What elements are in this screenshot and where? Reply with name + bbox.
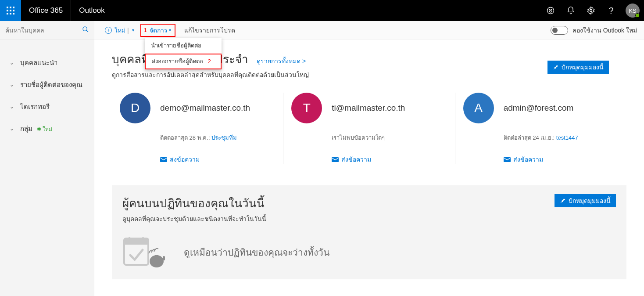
manage-label: จัดการ xyxy=(150,25,168,35)
view-all-link[interactable]: ดูรายการทั้งหมด > xyxy=(257,58,306,65)
nav-label: ไดเรกทอรี xyxy=(20,101,50,112)
calendar-empty-text: ดูเหมือนว่าปฏิทินของคุณจะว่างทั้งวัน xyxy=(184,245,329,260)
svg-point-10 xyxy=(590,10,592,12)
svg-point-19 xyxy=(142,237,144,240)
meta-link[interactable]: ประชุมทีม xyxy=(211,134,237,141)
svg-rect-1 xyxy=(10,7,11,8)
svg-line-12 xyxy=(86,30,88,32)
new-button[interactable]: + ใหม่ | ▾ xyxy=(102,25,137,35)
brand-label[interactable]: Office 365 xyxy=(21,0,71,21)
chevron-down-icon: ⌄ xyxy=(9,60,15,66)
contact-avatar: T xyxy=(291,93,322,123)
plus-icon: + xyxy=(105,27,112,34)
contact-card[interactable]: T ti@mailmaster.co.th เราไม่พบข้อความใดๆ… xyxy=(283,93,454,164)
nav-label: บุคคลแนะนำ xyxy=(20,58,57,68)
calendar-empty-icon xyxy=(122,234,166,271)
toggle-switch[interactable] xyxy=(551,26,568,35)
dropdown-item-import-contacts[interactable]: นำเข้ารายชื่อผู้ติดต่อ xyxy=(145,38,222,54)
notifications-icon[interactable] xyxy=(561,0,581,21)
svg-rect-2 xyxy=(13,7,14,8)
new-badge: ✱ ใหม่ xyxy=(37,125,52,133)
manage-dropdown: นำเข้ารายชื่อผู้ติดต่อ ส่งออกรายชื่อผู้ต… xyxy=(145,38,222,69)
app-launcher[interactable] xyxy=(0,0,21,21)
contact-meta: ติดต่อล่าสุด 28 พ.ค.: ประชุมทีม xyxy=(160,133,275,142)
search-input[interactable] xyxy=(5,27,82,34)
chevron-down-icon: ⌄ xyxy=(9,82,15,88)
help-icon[interactable]: ? xyxy=(601,0,621,21)
svg-rect-7 xyxy=(10,13,11,14)
send-message-link[interactable]: ส่งข้อความ xyxy=(332,155,371,164)
annotation-number-2: 2 xyxy=(208,58,211,65)
svg-rect-4 xyxy=(10,10,11,11)
nav: ⌄ บุคคลแนะนำ ⌄ รายชื่อผู้ติดต่อของคุณ ⌄ … xyxy=(0,40,94,140)
meta-link[interactable]: test1447 xyxy=(556,134,578,141)
avatar[interactable]: KS xyxy=(626,4,640,18)
svg-rect-22 xyxy=(163,256,165,260)
section-subtitle: ดูการสื่อสารและการอัปเดตล่าสุดสำหรับบุคค… xyxy=(112,70,309,79)
skype-icon[interactable] xyxy=(540,0,561,21)
contact-email: admin@forest.com xyxy=(504,103,574,113)
avatar-initials: KS xyxy=(629,7,636,14)
chevron-down-icon: ▾ xyxy=(169,28,171,32)
nav-label: กลุ่ม xyxy=(20,123,32,134)
global-header: Office 365 Outlook ? KS xyxy=(0,0,644,21)
svg-rect-21 xyxy=(155,255,158,258)
annotation-box-1: 1 จัดการ ▾ xyxy=(140,24,175,37)
chevron-down-icon: ▾ xyxy=(132,28,134,32)
toolbar: + ใหม่ | ▾ 1 จัดการ ▾ นำเข้ารายชื่อผู้ติ… xyxy=(94,21,644,40)
svg-point-11 xyxy=(83,27,87,31)
edit-favorites-link[interactable]: แก้ไขรายการโปรด xyxy=(184,25,235,35)
try-new-outlook: ลองใช้งาน Outlook ใหม่ xyxy=(551,21,637,40)
product-label[interactable]: Outlook xyxy=(71,6,113,15)
svg-rect-17 xyxy=(124,238,148,245)
contact-card[interactable]: D demo@mailmaster.co.th ติดต่อล่าสุด 28 … xyxy=(112,93,283,164)
separator: | xyxy=(127,27,129,34)
presence-indicator xyxy=(635,13,640,18)
svg-rect-0 xyxy=(7,7,8,8)
dropdown-item-export-contacts[interactable]: ส่งออกรายชื่อผู้ติดต่อ 2 xyxy=(145,54,222,69)
dropdown-label: นำเข้ารายชื่อผู้ติดต่อ xyxy=(151,41,201,50)
nav-item-directory[interactable]: ⌄ ไดเรกทอรี xyxy=(0,96,94,118)
svg-rect-15 xyxy=(504,157,511,162)
svg-rect-6 xyxy=(7,13,8,14)
svg-rect-14 xyxy=(332,157,339,162)
nav-item-your-contacts[interactable]: ⌄ รายชื่อผู้ติดต่อของคุณ xyxy=(0,74,94,96)
svg-rect-3 xyxy=(7,10,8,11)
svg-rect-8 xyxy=(13,13,14,14)
settings-icon[interactable] xyxy=(581,0,601,21)
section-subtitle-calendar: ดูบุคคลที่คุณจะประชุมด้วยและชนิดงานที่จะ… xyxy=(122,214,266,224)
main: + ใหม่ | ▾ 1 จัดการ ▾ นำเข้ารายชื่อผู้ติ… xyxy=(94,21,644,296)
nav-item-groups[interactable]: ⌄ กลุ่ม ✱ ใหม่ xyxy=(0,118,94,140)
mail-icon xyxy=(332,157,339,162)
contact-cards: D demo@mailmaster.co.th ติดต่อล่าสุด 28 … xyxy=(112,93,626,164)
new-label: ใหม่ xyxy=(114,25,125,35)
section-title-calendar: ผู้คนบนปฏิทินของคุณในวันนี้ xyxy=(122,194,266,212)
contact-email: demo@mailmaster.co.th xyxy=(160,103,250,113)
svg-rect-13 xyxy=(160,157,167,162)
pin-view-button[interactable]: ปักหมุดมุมมองนี้ xyxy=(555,194,616,207)
pin-label: ปักหมุดมุมมองนี้ xyxy=(562,62,604,72)
contact-avatar: D xyxy=(120,93,150,123)
dropdown-label: ส่งออกรายชื่อผู้ติดต่อ xyxy=(152,57,203,66)
pin-label: ปักหมุดมุมมองนี้ xyxy=(569,196,611,206)
contact-card[interactable]: A admin@forest.com ติดต่อล่าสุด 24 เม.ย.… xyxy=(455,93,626,164)
pin-icon xyxy=(553,64,559,70)
svg-rect-5 xyxy=(13,10,14,11)
pin-view-button[interactable]: ปักหมุดมุมมองนี้ xyxy=(547,61,609,74)
search-icon[interactable] xyxy=(82,26,89,35)
toggle-label: ลองใช้งาน Outlook ใหม่ xyxy=(572,25,637,35)
manage-button[interactable]: จัดการ ▾ xyxy=(150,25,171,35)
mail-icon xyxy=(504,157,511,162)
contact-avatar: A xyxy=(463,93,494,123)
send-message-link[interactable]: ส่งข้อความ xyxy=(160,155,200,164)
nav-item-featured-people[interactable]: ⌄ บุคคลแนะนำ xyxy=(0,52,94,74)
contact-meta: ติดต่อล่าสุด 24 เม.ย.: test1447 xyxy=(504,133,619,142)
svg-point-18 xyxy=(128,237,131,240)
contact-meta: เราไม่พบข้อความใดๆ xyxy=(332,133,447,142)
annotation-number-1: 1 xyxy=(144,27,147,33)
mail-icon xyxy=(160,157,167,162)
pin-icon xyxy=(560,198,566,204)
waffle-icon xyxy=(7,7,14,14)
send-message-link[interactable]: ส่งข้อความ xyxy=(504,155,543,164)
sidebar: ⌄ บุคคลแนะนำ ⌄ รายชื่อผู้ติดต่อของคุณ ⌄ … xyxy=(0,21,94,296)
